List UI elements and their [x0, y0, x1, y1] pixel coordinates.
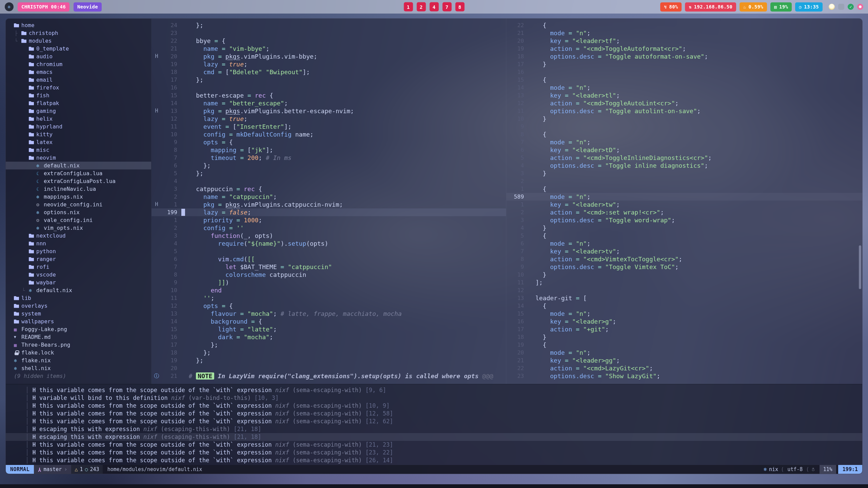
code-line[interactable]: 20 — [152, 364, 506, 372]
diagnostic-item[interactable]: │ H this variable comes from the scope o… — [6, 410, 862, 418]
tree-item[interactable]: ❄options.nix — [6, 208, 151, 216]
code-line[interactable]: 11 options.desc = "Toggle autolint-on-sa… — [506, 107, 862, 115]
tree-item[interactable]: ⚙vale_config.ini — [6, 216, 151, 224]
diagnostic-item[interactable]: │ H this variable comes from the scope o… — [6, 418, 862, 425]
diagnostic-item[interactable]: │ H escaping this with expression nixf (… — [6, 425, 862, 433]
tree-item[interactable]: 0_template — [6, 45, 151, 53]
tree-item[interactable]: flake.lock — [6, 349, 151, 357]
code-line[interactable]: 16 — [506, 68, 862, 76]
code-line[interactable]: 14 name = "better_escape"; — [152, 99, 506, 107]
tree-item[interactable]: └❄default.nix — [6, 286, 151, 294]
code-line[interactable]: 19 action = "<cmd>ToggleAutoformat<cr>"; — [506, 45, 862, 53]
tree-item[interactable]: fish — [6, 92, 151, 99]
workspace-button[interactable]: 4 — [429, 2, 439, 12]
diagnostic-item[interactable]: │ H this variable comes from the scope o… — [6, 456, 862, 464]
code-line[interactable]: 4 } — [506, 224, 862, 232]
code-line[interactable]: 16 dark = "mocha"; — [152, 333, 506, 341]
code-line[interactable]: 15 mode = "n"; — [506, 310, 862, 318]
tree-item[interactable]: wallpapers — [6, 318, 151, 325]
workspace-button[interactable]: 8 — [455, 2, 464, 12]
code-line[interactable]: 5 action = "<cmd>ToggleInlineDiagnostics… — [506, 154, 862, 162]
code-line[interactable]: 19 { — [506, 341, 862, 349]
code-line[interactable]: 21 mode = "n"; — [506, 29, 862, 37]
clock-indicator[interactable]: ◷13:35 — [795, 2, 823, 12]
code-line[interactable]: 2 name = "catppuccin"; — [152, 193, 506, 201]
code-line[interactable]: 14 { — [506, 302, 862, 310]
code-line[interactable]: 6 mode = "n"; — [506, 240, 862, 247]
code-line[interactable]: 4 options.desc = "Toggle inline diagnost… — [506, 162, 862, 169]
recording-dot-icon[interactable] — [857, 4, 863, 10]
tree-item[interactable]: ├christoph — [6, 29, 151, 37]
editor-pane-main[interactable]: 24 };2322 bbye = {21 name = "vim-bbye";H… — [152, 19, 506, 384]
tree-item[interactable]: ⚙neovide_config.ini — [6, 201, 151, 208]
code-line[interactable]: 12 action = "<cmd>ToggleAutoLint<cr>"; — [506, 99, 862, 107]
tree-item[interactable]: ❄flake.nix — [6, 357, 151, 364]
os-logo-icon[interactable]: ❄ — [5, 2, 14, 11]
code-line[interactable]: 19 }; — [152, 357, 506, 364]
code-line[interactable]: 13 flavour = "mocha"; # latte, frappe, m… — [152, 310, 506, 318]
code-line[interactable]: 5 }; — [152, 169, 506, 177]
code-line[interactable]: 11 ''; — [152, 294, 506, 302]
code-line[interactable]: 7 mode = "n"; — [506, 138, 862, 146]
tree-item[interactable]: gaming — [6, 107, 151, 115]
code-line[interactable]: H1 pkg = pkgs.vimPlugins.catppuccin-nvim… — [152, 201, 506, 208]
tree-item[interactable]: vscode — [6, 271, 151, 279]
tree-item[interactable]: waybar — [6, 279, 151, 286]
code-line[interactable]: 17 action = "+git"; — [506, 325, 862, 333]
tree-item[interactable]: helix — [6, 115, 151, 123]
scrollbar-thumb[interactable] — [859, 245, 861, 289]
code-line[interactable]: 7 key = "<leader>tv"; — [506, 247, 862, 255]
code-line[interactable]: 12 lazy = true; — [152, 115, 506, 123]
code-line[interactable]: 23 — [152, 29, 506, 37]
code-line[interactable]: H13 pkg = pkgs.vimPlugins.better-escape-… — [152, 107, 506, 115]
diagnostic-item[interactable]: │ H this variable comes from the scope o… — [6, 449, 862, 456]
workspace-button[interactable]: 2 — [417, 2, 426, 12]
editor-pane-right[interactable]: 22 {21 mode = "n";20 key = "<leader>tf";… — [506, 19, 862, 384]
code-line[interactable]: 23 options.desc = "Show LazyGit"; — [506, 372, 862, 380]
diagnostics-summary[interactable]: △ 1 ○ 243 — [71, 465, 102, 474]
code-line[interactable]: 8 { — [506, 130, 862, 138]
tree-item[interactable]: kitty — [6, 130, 151, 138]
tree-item[interactable]: nextcloud — [6, 232, 151, 240]
tree-item[interactable]: ❄shell.nix — [6, 364, 151, 372]
code-line[interactable]: 15 light = "latte"; — [152, 325, 506, 333]
code-line[interactable]: 1 { — [506, 185, 862, 193]
code-line[interactable]: 18 }; — [152, 349, 506, 357]
code-line[interactable]: 20 key = "<leader>tf"; — [506, 37, 862, 45]
code-line[interactable]: 11 ]; — [506, 279, 862, 286]
git-branch[interactable]: Y master › — [34, 465, 71, 474]
code-line[interactable]: 5 { — [506, 232, 862, 240]
code-line[interactable]: 13 leader-git = [ — [506, 294, 862, 302]
status-check-icon[interactable]: ✓ — [848, 4, 854, 10]
battery-indicator[interactable]: ↯80% — [660, 2, 682, 12]
code-line[interactable]: 9 ]]) — [152, 279, 506, 286]
tree-item[interactable]: email — [6, 76, 151, 84]
code-line[interactable]: 19 lazy = true; — [152, 60, 506, 68]
diagnostic-item[interactable]: │ H this variable comes from the scope o… — [6, 441, 862, 449]
code-line[interactable]: H20 pkg = pkgs.vimPlugins.vim-bbye; — [152, 53, 506, 60]
code-line[interactable]: 7 timeout = 200; # In ms — [152, 154, 506, 162]
tree-item[interactable]: neovim — [6, 154, 151, 162]
cpu-indicator[interactable]: ♨0.59% — [740, 2, 767, 12]
code-line[interactable]: 589 mode = "n"; — [506, 193, 862, 201]
tree-item[interactable]: (9 hidden items) — [6, 372, 151, 380]
tree-item[interactable]: ☾inclineNavic.lua — [6, 185, 151, 193]
code-line[interactable]: 6 vim.cmd([[ — [152, 255, 506, 263]
code-line[interactable]: 10 end — [152, 286, 506, 294]
tree-item[interactable]: └modules — [6, 37, 151, 45]
code-line[interactable]: 22 { — [506, 21, 862, 29]
code-line[interactable]: 18 cmd = ["Bdelete" "Bwipeout"]; — [152, 68, 506, 76]
code-line[interactable]: 20 mode = "n"; — [506, 349, 862, 357]
code-line[interactable]: 3 function(_, opts) — [152, 232, 506, 240]
code-line[interactable]: 17 }; — [152, 341, 506, 349]
tree-item[interactable]: ☾extraConfigLua.lua — [6, 169, 151, 177]
code-line[interactable]: 9 — [506, 123, 862, 130]
tree-item[interactable]: rofi — [6, 263, 151, 271]
code-line[interactable]: 16 — [152, 84, 506, 92]
code-line[interactable]: 17 } — [506, 60, 862, 68]
code-line[interactable]: 15 better-escape = rec { — [152, 92, 506, 99]
workspace-button[interactable]: 1 — [404, 2, 413, 12]
code-line[interactable]: 6 key = "<leader>tD"; — [506, 146, 862, 154]
code-line[interactable]: 3 catppuccin = rec { — [152, 185, 506, 193]
tree-item[interactable]: home — [6, 21, 151, 29]
